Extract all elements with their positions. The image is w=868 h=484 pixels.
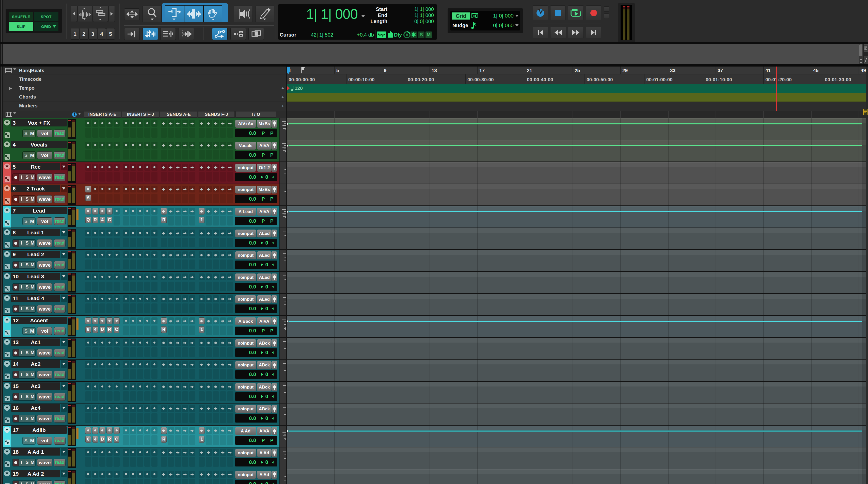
svg-text:1: 1 [474, 15, 475, 17]
